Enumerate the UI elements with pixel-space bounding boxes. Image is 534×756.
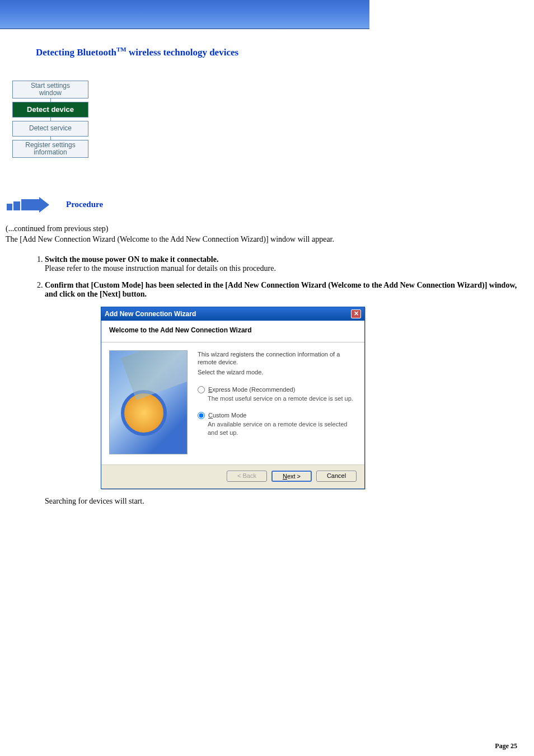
- dialog-title: Add New Connection Wizard: [105, 310, 196, 318]
- page-number: Page 25: [495, 742, 517, 750]
- searching-note: Searching for devices will start.: [45, 497, 528, 506]
- svg-rect-1: [13, 201, 20, 210]
- dialog-titlebar[interactable]: Add New Connection Wizard ✕: [101, 307, 364, 321]
- add-new-connection-wizard-dialog: Add New Connection Wizard ✕ Welcome to t…: [101, 307, 365, 489]
- dialog-header: Welcome to the Add New Connection Wizard: [101, 321, 364, 342]
- procedure-heading-row: Procedure: [6, 197, 534, 213]
- radio-express-input[interactable]: [198, 386, 205, 393]
- dialog-intro-1: This wizard registers the connection inf…: [198, 350, 354, 367]
- next-button-rest: ext >: [287, 473, 301, 480]
- radio-custom-label: ustom Mode: [213, 412, 247, 419]
- procedure-label: Procedure: [66, 200, 103, 209]
- step-1-body: Please refer to the mouse instruction ma…: [45, 264, 276, 273]
- step-2-heading: Confirm that [Custom Mode] has been sele…: [45, 281, 517, 298]
- header-banner: [0, 0, 369, 29]
- intro-text: (...continued from previous step) The [A…: [0, 224, 534, 245]
- title-prefix: Detecting Bluetooth: [36, 47, 116, 58]
- page-title: Detecting BluetoothTM wireless technolog…: [0, 29, 534, 64]
- dialog-footer: < Back Next > Cancel: [101, 464, 364, 489]
- flow-step-detect-service: Detect service: [12, 121, 88, 136]
- step-1-heading: Switch the mouse power ON to make it con…: [45, 255, 218, 264]
- steps-list: Switch the mouse power ON to make it con…: [45, 255, 534, 506]
- radio-custom-mode[interactable]: Custom Mode: [198, 411, 354, 419]
- wizard-appear-note: The [Add New Connection Wizard (Welcome …: [6, 234, 528, 245]
- svg-rect-0: [7, 204, 12, 210]
- procedure-arrow-icon: [6, 197, 49, 213]
- radio-express-mode[interactable]: Express Mode (Recommended): [198, 386, 354, 393]
- cancel-button[interactable]: Cancel: [316, 471, 357, 482]
- trademark: TM: [116, 46, 127, 53]
- step-2: Confirm that [Custom Mode] has been sele…: [45, 281, 534, 506]
- radio-express-label: xpress Mode (Recommended): [212, 386, 295, 393]
- radio-custom-input[interactable]: [198, 412, 205, 419]
- wizard-illustration: [109, 350, 188, 454]
- next-button[interactable]: Next >: [271, 471, 312, 482]
- step-1: Switch the mouse power ON to make it con…: [45, 255, 534, 273]
- title-suffix: wireless technology devices: [127, 47, 238, 58]
- continued-note: (...continued from previous step): [6, 224, 528, 234]
- dialog-body: This wizard registers the connection inf…: [101, 342, 364, 464]
- radio-custom-desc: An available service on a remote device …: [208, 420, 354, 436]
- svg-marker-2: [21, 197, 49, 213]
- radio-custom-accel: C: [208, 412, 213, 419]
- flow-step-register-settings: Register settings information: [12, 140, 88, 158]
- radio-express-desc: The most useful service on a remote devi…: [208, 395, 354, 402]
- back-button: < Back: [227, 471, 267, 482]
- dialog-content: This wizard registers the connection inf…: [188, 350, 354, 454]
- flowchart: Start settings window Detect device Dete…: [12, 81, 88, 158]
- flow-step-detect-device: Detect device: [12, 102, 88, 118]
- close-icon[interactable]: ✕: [351, 309, 361, 318]
- flow-step-start-settings: Start settings window: [12, 81, 88, 98]
- dialog-intro-2: Select the wizard mode.: [198, 368, 354, 376]
